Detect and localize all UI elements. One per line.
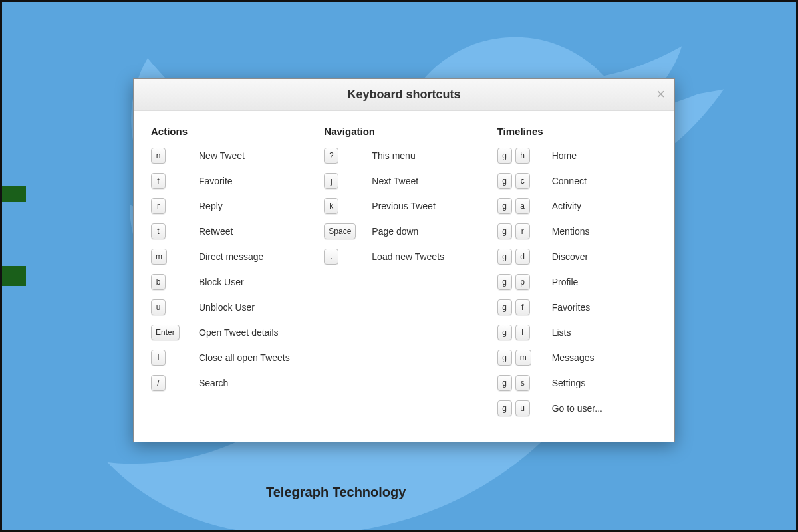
keycap: g	[497, 198, 512, 214]
modal-header: Keyboard shortcuts ×	[134, 79, 674, 111]
shortcut-row: fFavorite	[151, 172, 311, 190]
keycap: g	[497, 274, 512, 290]
shortcut-row: kPrevious Tweet	[324, 197, 483, 215]
shortcut-row: ghHome	[497, 146, 657, 165]
shortcut-row: gdDiscover	[497, 247, 657, 266]
shortcut-keys: gu	[497, 400, 545, 416]
shortcut-row: ?This menu	[324, 146, 483, 165]
column-timelines: Timelines ghHomegcConnectgaActivitygrMen…	[497, 126, 657, 424]
keycap: Enter	[151, 325, 180, 340]
shortcut-label: Unblock User	[192, 302, 255, 313]
shortcut-label: Close all open Tweets	[192, 352, 290, 363]
shortcut-keys: gr	[497, 223, 545, 239]
keycap: j	[324, 173, 338, 189]
shortcut-keys: ?	[324, 148, 365, 164]
close-button[interactable]: ×	[656, 87, 665, 102]
shortcut-list-navigation: ?This menujNext TweetkPrevious TweetSpac…	[324, 146, 483, 266]
shortcut-label: Previous Tweet	[365, 201, 435, 211]
shortcut-keys: gm	[497, 350, 545, 366]
shortcut-keys: l	[151, 350, 192, 366]
column-heading-navigation: Navigation	[324, 126, 483, 137]
shortcut-label: Favorites	[545, 302, 591, 313]
modal-body: Actions nNew TweetfFavoriterReplytRetwee…	[134, 111, 674, 442]
keycap: g	[497, 173, 512, 189]
keyboard-shortcuts-modal: Keyboard shortcuts × Actions nNew Tweetf…	[133, 78, 675, 442]
keycap: s	[515, 375, 530, 391]
shortcut-row: lClose all open Tweets	[151, 348, 311, 367]
keycap: g	[497, 350, 512, 366]
column-navigation: Navigation ?This menujNext TweetkPreviou…	[324, 126, 483, 424]
shortcut-label: New Tweet	[192, 150, 245, 161]
shortcut-row: gmMessages	[497, 348, 657, 367]
keycap: g	[497, 400, 512, 416]
keycap: a	[515, 198, 530, 214]
column-actions: Actions nNew TweetfFavoriterReplytRetwee…	[151, 126, 311, 424]
shortcut-label: Discover	[545, 251, 588, 262]
keycap: d	[515, 249, 530, 265]
shortcut-row: .Load new Tweets	[324, 247, 483, 266]
background-strip	[2, 186, 26, 202]
background-strip	[2, 266, 26, 286]
keycap: p	[515, 274, 530, 290]
keycap: f	[151, 173, 166, 189]
keycap: r	[515, 223, 530, 239]
shortcut-row: grMentions	[497, 222, 657, 241]
shortcut-keys: Enter	[151, 325, 192, 340]
keycap: g	[497, 148, 512, 164]
shortcut-keys: n	[151, 148, 192, 164]
shortcut-keys: gl	[497, 325, 545, 340]
shortcut-label: This menu	[365, 150, 415, 161]
shortcut-keys: gd	[497, 249, 545, 265]
shortcut-label: Open Tweet details	[192, 327, 279, 338]
shortcut-label: Block User	[192, 277, 244, 287]
shortcut-keys: .	[324, 249, 365, 265]
shortcut-keys: gf	[497, 299, 545, 315]
shortcut-row: glLists	[497, 323, 657, 342]
keycap: g	[497, 299, 512, 315]
shortcut-row: rReply	[151, 197, 311, 215]
shortcut-row: gcConnect	[497, 172, 657, 190]
shortcut-label: Retweet	[192, 226, 233, 237]
keycap: b	[151, 274, 166, 290]
keycap: Space	[324, 223, 356, 239]
shortcut-label: Mentions	[545, 226, 590, 237]
shortcut-row: nNew Tweet	[151, 146, 311, 165]
shortcut-keys: j	[324, 173, 365, 189]
shortcut-label: Home	[545, 150, 577, 161]
keycap: h	[515, 148, 530, 164]
shortcut-label: Favorite	[192, 176, 233, 186]
keycap: /	[151, 375, 166, 391]
shortcut-label: Direct message	[192, 251, 263, 262]
shortcut-keys: gp	[497, 274, 545, 290]
shortcut-label: Messages	[545, 352, 595, 363]
keycap: g	[497, 375, 512, 391]
shortcut-row: SpacePage down	[324, 222, 483, 241]
shortcut-keys: k	[324, 198, 365, 214]
shortcut-row: gaActivity	[497, 197, 657, 215]
keycap: ?	[324, 148, 338, 164]
shortcut-label: Settings	[545, 378, 586, 388]
shortcut-label: Lists	[545, 327, 571, 338]
shortcut-row: gpProfile	[497, 273, 657, 291]
shortcut-label: Connect	[545, 176, 587, 186]
shortcut-keys: gs	[497, 375, 545, 391]
shortcut-list-actions: nNew TweetfFavoriterReplytRetweetmDirect…	[151, 146, 311, 392]
shortcut-row: tRetweet	[151, 222, 311, 241]
keycap: .	[324, 249, 338, 265]
column-heading-actions: Actions	[151, 126, 311, 137]
shortcut-label: Go to user...	[545, 403, 602, 414]
keycap: g	[497, 249, 512, 265]
keycap: g	[497, 325, 512, 340]
shortcut-row: mDirect message	[151, 247, 311, 266]
shortcut-keys: f	[151, 173, 192, 189]
shortcut-row: uUnblock User	[151, 298, 311, 317]
shortcut-row: gfFavorites	[497, 298, 657, 317]
keycap: l	[515, 325, 530, 340]
shortcut-label: Load new Tweets	[365, 251, 444, 262]
shortcut-keys: ga	[497, 198, 545, 214]
shortcut-row: gsSettings	[497, 374, 657, 392]
shortcut-row: guGo to user...	[497, 399, 657, 418]
shortcut-row: EnterOpen Tweet details	[151, 323, 311, 342]
shortcut-keys: gc	[497, 173, 545, 189]
shortcut-keys: m	[151, 249, 192, 265]
